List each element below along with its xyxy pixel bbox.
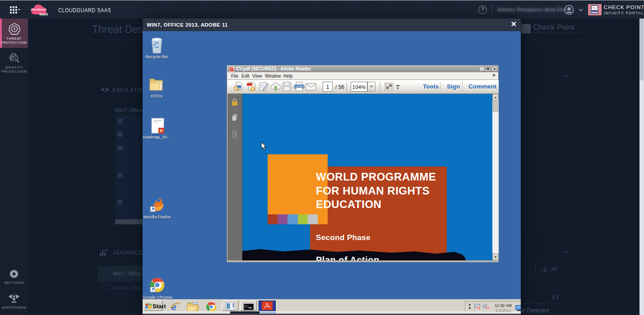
svg-text:P: P (160, 129, 162, 133)
svg-text:CloudGuard: CloudGuard (31, 8, 46, 11)
